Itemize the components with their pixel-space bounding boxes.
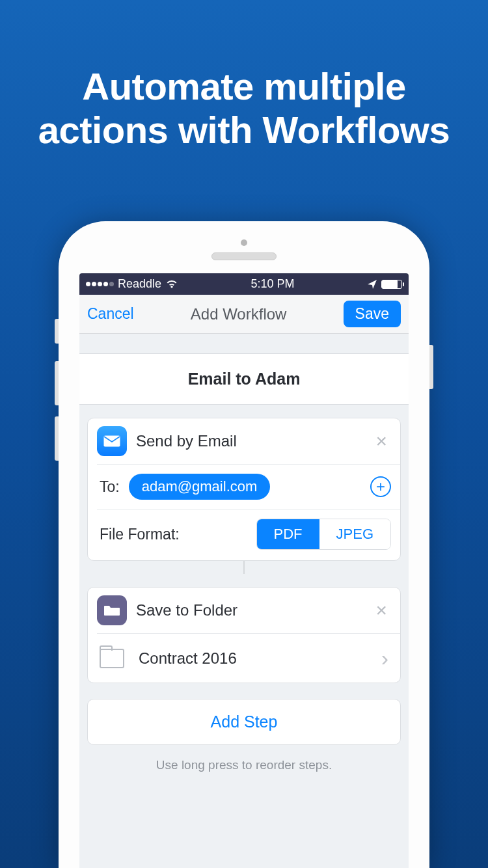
recipient-chip[interactable]: adam@gmail.com — [129, 474, 271, 500]
workflow-name-field[interactable]: Email to Adam — [79, 353, 409, 405]
folder-picker-row[interactable]: Contract 2016 › — [88, 634, 400, 683]
promo-title: Automate multiple actions with Workflows — [0, 0, 488, 152]
phone-camera — [241, 239, 247, 246]
status-bar: Readdle 5:10 PM — [79, 273, 409, 295]
add-recipient-button[interactable]: + — [370, 476, 391, 497]
file-format-segmented-control[interactable]: PDF JPEG — [256, 519, 391, 550]
nav-bar: Cancel Add Workflow Save — [79, 295, 409, 334]
add-step-button[interactable]: Add Step — [87, 699, 401, 745]
wifi-icon — [165, 280, 178, 289]
email-icon — [97, 426, 127, 456]
phone-speaker — [211, 252, 277, 260]
to-label: To: — [100, 478, 120, 496]
app-screen: Readdle 5:10 PM Cancel Add Workflow Save… — [79, 273, 409, 868]
location-icon — [367, 279, 377, 290]
reorder-hint: Use long press to reorder steps. — [79, 758, 409, 772]
step-card-email: Send by Email × To: adam@gmail.com + Fil… — [87, 418, 401, 561]
signal-dots-icon — [86, 282, 114, 286]
step-label: Save to Folder — [136, 601, 372, 619]
cancel-button[interactable]: Cancel — [87, 305, 134, 323]
folder-outline-icon — [100, 649, 124, 668]
step-connector — [243, 561, 245, 574]
step-label: Send by Email — [136, 432, 372, 450]
chevron-right-icon: › — [381, 645, 391, 671]
phone-side-button — [55, 416, 59, 461]
phone-side-button — [429, 345, 433, 389]
selected-folder-name: Contract 2016 — [139, 649, 381, 668]
step-card-folder: Save to Folder × Contract 2016 › — [87, 587, 401, 683]
folder-icon — [97, 595, 127, 625]
carrier-label: Readdle — [118, 277, 161, 291]
svg-rect-0 — [104, 436, 120, 447]
battery-icon — [381, 280, 402, 289]
save-button[interactable]: Save — [344, 301, 401, 327]
format-label: File Format: — [100, 526, 180, 543]
remove-step-button[interactable]: × — [372, 430, 391, 452]
page-title: Add Workflow — [191, 305, 287, 323]
remove-step-button[interactable]: × — [372, 599, 391, 621]
format-option-pdf[interactable]: PDF — [257, 519, 319, 549]
status-time: 5:10 PM — [251, 277, 295, 291]
phone-frame: Readdle 5:10 PM Cancel Add Workflow Save… — [59, 221, 429, 868]
phone-side-button — [55, 319, 59, 344]
format-option-jpeg[interactable]: JPEG — [319, 519, 390, 549]
phone-side-button — [55, 361, 59, 405]
